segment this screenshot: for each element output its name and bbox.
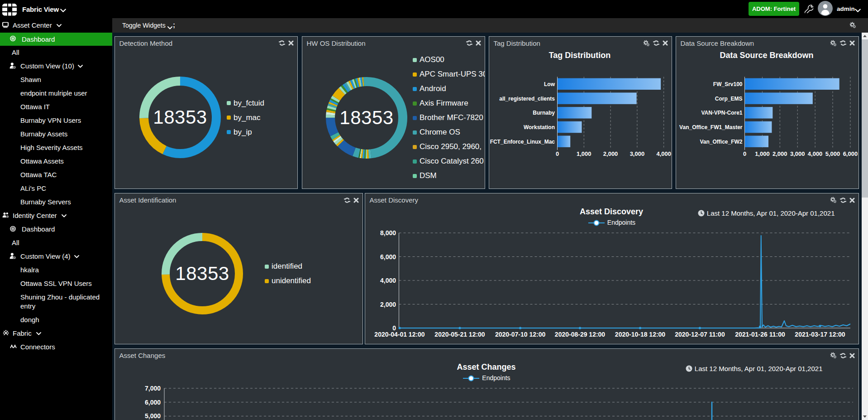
svg-text:2020-04-01 12:00: 2020-04-01 12:00: [374, 331, 425, 338]
svg-text:FW_Srv100: FW_Srv100: [713, 81, 742, 87]
svg-text:2,000: 2,000: [603, 150, 618, 157]
svg-text:2,000: 2,000: [380, 301, 396, 308]
svg-text:VAN-VPN-Core1: VAN-VPN-Core1: [701, 110, 742, 116]
svg-text:2020-05-21 12:00: 2020-05-21 12:00: [434, 331, 485, 338]
svg-text:2,000: 2,000: [773, 150, 787, 157]
svg-text:8,000: 8,000: [380, 229, 396, 237]
svg-text:Van_Office_FW1_Master: Van_Office_FW1_Master: [679, 124, 743, 130]
svg-text:6,000: 6,000: [843, 150, 858, 157]
svg-text:Low: Low: [544, 81, 555, 87]
svg-text:2021-01-26 11:00: 2021-01-26 11:00: [735, 331, 785, 338]
svg-text:6,000: 6,000: [380, 253, 396, 261]
svg-text:5,000: 5,000: [825, 150, 840, 157]
svg-text:Burnaby: Burnaby: [533, 110, 555, 116]
svg-text:4,000: 4,000: [807, 150, 822, 157]
svg-text:3,000: 3,000: [790, 150, 805, 157]
svg-text:Workstation: Workstation: [523, 124, 554, 130]
svg-text:2020-12-07 11:00: 2020-12-07 11:00: [675, 331, 725, 338]
svg-text:0: 0: [555, 150, 558, 157]
svg-text:5,000: 5,000: [144, 412, 160, 420]
svg-text:4,000: 4,000: [656, 150, 671, 157]
svg-text:Corp_EMS: Corp_EMS: [715, 95, 742, 101]
svg-text:7,000: 7,000: [144, 385, 160, 392]
svg-text:FCT_Enforce_Linux_Mac: FCT_Enforce_Linux_Mac: [490, 138, 555, 145]
svg-text:0: 0: [743, 150, 746, 157]
svg-text:3,000: 3,000: [630, 150, 644, 157]
svg-text:Data Source Breakdown: Data Source Breakdown: [720, 51, 813, 60]
svg-text:6,000: 6,000: [144, 399, 160, 406]
svg-text:2021-03-17 12:00: 2021-03-17 12:00: [795, 331, 845, 338]
svg-text:4,000: 4,000: [380, 277, 396, 284]
svg-text:2020-10-18 12:00: 2020-10-18 12:00: [615, 331, 665, 338]
svg-text:1,000: 1,000: [755, 150, 770, 157]
svg-text:1,000: 1,000: [577, 150, 591, 157]
svg-text:2020-08-29 12:00: 2020-08-29 12:00: [554, 331, 605, 338]
svg-text:all_registered_clients: all_registered_clients: [499, 95, 555, 101]
svg-text:Tag Distribution: Tag Distribution: [548, 51, 610, 60]
svg-text:Van_Office_FW2: Van_Office_FW2: [700, 138, 742, 145]
svg-text:2020-07-10 12:00: 2020-07-10 12:00: [495, 331, 545, 338]
